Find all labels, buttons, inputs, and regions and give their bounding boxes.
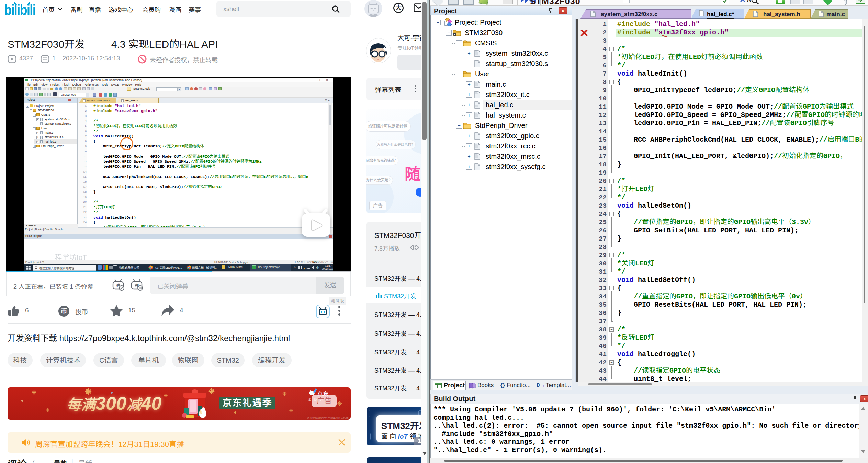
svg-text:币: 币 [60, 308, 67, 315]
svg-text:大: 大 [395, 4, 402, 11]
svg-text:A: A [747, 0, 751, 4]
